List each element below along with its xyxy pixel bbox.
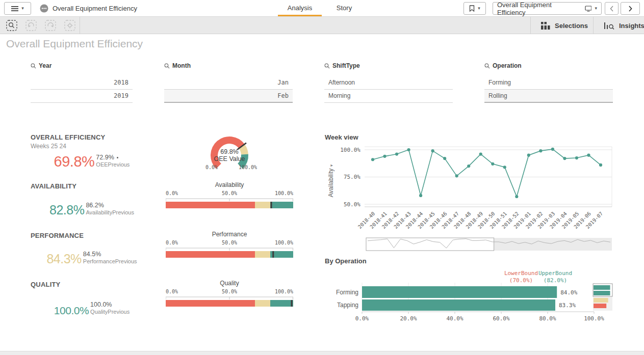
bullet-performance[interactable]: Performance0.0%50.0%100.0% <box>166 231 293 258</box>
kpi-value: 84.3% <box>46 253 81 265</box>
svg-text:69.8%: 69.8% <box>220 148 238 155</box>
svg-text:Forming: Forming <box>336 289 358 296</box>
tab-story[interactable]: Story <box>326 0 362 16</box>
step-back-button[interactable] <box>23 19 39 32</box>
clear-selections-icon <box>64 20 75 31</box>
filter-item-feb[interactable]: Feb <box>164 90 293 103</box>
data-point-2019-07 <box>599 163 602 167</box>
bar-tapping <box>362 299 555 311</box>
data-point-2018-46 <box>443 157 446 160</box>
app-title: Overall Equipment Efficiency <box>53 5 137 12</box>
app-icon <box>40 4 48 13</box>
y-axis-label[interactable]: Availability ▾ <box>327 154 334 207</box>
minimap-bar <box>594 304 606 308</box>
data-point-2018-44 <box>419 194 422 197</box>
search-icon <box>6 20 17 31</box>
top-bar: ▾ Overall Equipment Efficiency Analysis … <box>0 0 644 17</box>
axis-tick-label: 50.0% <box>166 240 293 245</box>
sheet-icon <box>585 6 592 12</box>
svg-text:75.0%: 75.0% <box>344 174 360 180</box>
kpi-value: 100.0% <box>54 306 89 316</box>
svg-text:84.0%: 84.0% <box>560 289 577 296</box>
bookmarks-button[interactable]: ▾ <box>463 2 486 15</box>
chevron-down-icon: ▾ <box>21 6 24 11</box>
week-view-chart[interactable]: Week view Availability ▾ 50.0%75.0%100.0… <box>325 133 617 253</box>
filter-item-jan[interactable]: Jan <box>164 76 293 90</box>
chevron-down-icon: ▾ <box>595 6 597 11</box>
by-operation-chart[interactable]: By Operation LowerBound (70.0%) UpperBou… <box>325 257 617 329</box>
bullet-title: Performance <box>166 231 293 238</box>
svg-text:0.0%: 0.0% <box>205 165 218 170</box>
bar-forming <box>362 286 557 298</box>
kpi-previous-label: AvailabilityPrevious <box>86 209 134 216</box>
sheet-selector[interactable]: Overall Equipment Efficiency ▾ <box>493 2 602 15</box>
filter-name: Year <box>39 62 51 69</box>
kpi-aux: 86.2%AvailabilityPrevious <box>86 202 134 216</box>
selections-toolbar: Selections Insights <box>0 17 644 34</box>
search-icon <box>164 63 170 69</box>
filter-name: ShiftType <box>332 62 360 69</box>
filter-title-operation[interactable]: Operation <box>484 62 613 70</box>
kpi-previous-value: 84.5% <box>83 251 137 258</box>
data-point-2019-02 <box>539 149 542 152</box>
sheet-selector-label: Overall Equipment Efficiency <box>497 1 582 16</box>
svg-text:60.0%: 60.0% <box>493 315 509 322</box>
kpi-header-availability: AVAILABILITY <box>31 182 76 190</box>
data-point-2019-05 <box>575 156 578 159</box>
filter-name: Operation <box>493 62 522 69</box>
next-sheet-button[interactable] <box>621 2 640 15</box>
svg-text:100.0%: 100.0% <box>239 165 257 170</box>
step-forward-button[interactable] <box>43 19 58 32</box>
svg-text:50.0%: 50.0% <box>344 201 360 208</box>
kpi-header-quality: QUALITY <box>31 281 60 288</box>
selections-label: Selections <box>555 22 588 30</box>
bullet-axis-labels: 0.0%50.0%100.0% <box>166 240 293 247</box>
smart-search-button[interactable] <box>4 19 19 32</box>
kpi-previous-value: 100.0% <box>90 301 130 309</box>
clear-selections-button[interactable] <box>62 19 78 32</box>
kpi-aux: 84.5%PerformancePrevious <box>83 251 137 265</box>
filter-title-month[interactable]: Month <box>164 62 293 70</box>
chevron-down-icon: ▾ <box>329 165 334 167</box>
tab-analysis[interactable]: Analysis <box>278 0 322 16</box>
data-point-2018-41 <box>383 155 386 158</box>
data-point-2019-03 <box>551 148 554 151</box>
insight-advisor-icon <box>604 21 614 30</box>
filter-title-shifttype[interactable]: ShiftType <box>324 62 453 70</box>
navigator-right-area <box>494 238 612 251</box>
svg-text:OEE Value: OEE Value <box>214 155 245 162</box>
search-icon <box>31 63 36 69</box>
bullet-quality[interactable]: Quality0.0%50.0%100.0% <box>166 280 293 307</box>
insights-button[interactable]: Insights <box>601 17 644 34</box>
filter-item-2018[interactable]: 2018 <box>31 76 133 90</box>
week-view-plot[interactable]: 50.0%75.0%100.0%2018-402018-412018-42201… <box>325 143 617 253</box>
insights-label: Insights <box>619 22 644 30</box>
filterpane-year: Year20182019 <box>31 60 133 103</box>
global-menu-button[interactable]: ▾ <box>4 2 31 15</box>
svg-text:100.0%: 100.0% <box>584 315 604 322</box>
filter-item-rolling[interactable]: Rolling <box>484 90 613 103</box>
bullet-availability[interactable]: Availability0.0%50.0%100.0% <box>166 181 293 209</box>
hamburger-icon <box>11 6 18 12</box>
kpi-quality: 100.0%100.0%QualityPrevious <box>36 301 148 316</box>
sheet-title: Overall Equipment Efficiency <box>6 38 143 50</box>
filter-title-year[interactable]: Year <box>31 62 133 70</box>
kpi-aux: 100.0%QualityPrevious <box>90 301 130 316</box>
undo-icon <box>25 20 37 31</box>
search-icon <box>324 63 330 69</box>
data-point-2018-45 <box>431 149 434 152</box>
chevron-right-icon <box>628 6 632 12</box>
by-operation-plot[interactable]: Forming84.0%Tapping83.3%0.0%20.0%40.0%60… <box>325 282 617 326</box>
selections-tool-button[interactable]: Selections <box>538 17 591 34</box>
data-point-2018-48 <box>467 165 470 168</box>
redo-icon <box>45 20 56 31</box>
filterpane-shifttype: ShiftTypeAfternoonMorning <box>324 60 453 103</box>
svg-text:40.0%: 40.0% <box>446 315 463 322</box>
filter-item-2019[interactable]: 2019 <box>31 90 133 103</box>
oee-gauge-chart[interactable]: 69.8%OEE Value0.0%100.0% <box>200 133 259 173</box>
previous-sheet-button[interactable] <box>605 2 619 15</box>
bullet-title: Quality <box>166 280 293 287</box>
filter-item-forming[interactable]: Forming <box>484 76 613 90</box>
filter-item-afternoon[interactable]: Afternoon <box>324 76 453 90</box>
filter-item-morning[interactable]: Morning <box>324 90 453 103</box>
